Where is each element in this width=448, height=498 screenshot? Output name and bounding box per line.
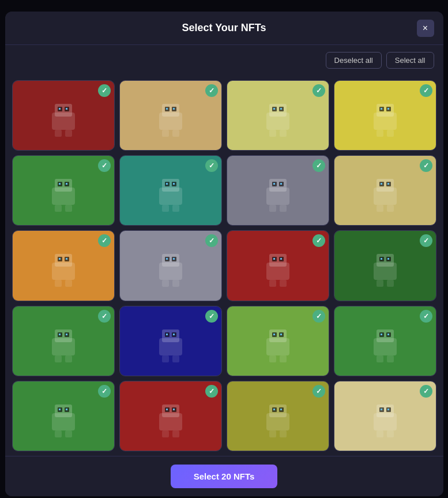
selected-checkmark: ✓ [98,310,111,323]
nft-card[interactable]: ✓# 25DigiRock 25 [12,80,115,151]
nft-image: ✓ [120,381,221,451]
svg-rect-134 [55,430,62,437]
nft-card[interactable]: ✓# 38DigiRock 38 [334,80,436,151]
selected-checkmark: ✓ [205,310,218,323]
svg-rect-84 [273,258,275,260]
svg-rect-22 [269,130,276,137]
svg-rect-151 [280,430,287,437]
nft-image: ✓ [120,156,221,226]
svg-rect-116 [273,334,275,335]
nft-image: ✓ [227,381,329,451]
svg-rect-44 [166,183,168,185]
svg-rect-52 [273,183,275,185]
svg-rect-13 [173,108,175,110]
selected-checkmark: ✓ [313,385,325,398]
svg-rect-102 [55,355,62,362]
svg-rect-55 [280,205,287,212]
close-button[interactable]: × [417,20,434,37]
svg-rect-87 [280,280,287,287]
svg-rect-70 [55,280,62,287]
svg-rect-149 [280,409,282,410]
selected-checkmark: ✓ [313,310,325,323]
svg-rect-30 [377,130,383,137]
nft-card[interactable]: ✓# 197DigiRock 197 [227,155,329,226]
modal-overlay: Select Your NFTs × Deselect all Select a… [0,0,448,498]
svg-rect-6 [55,130,62,137]
svg-rect-156 [381,409,382,410]
selected-checkmark: ✓ [313,234,325,247]
svg-rect-5 [66,108,67,110]
nft-card[interactable]: ✓# 290DigiRock 290 [119,381,222,451]
svg-rect-21 [280,108,282,110]
nft-card[interactable]: ✓# 295DigiRock 295 [227,381,329,451]
deselect-all-button[interactable]: Deselect all [326,52,382,69]
svg-rect-20 [273,108,275,110]
nft-card[interactable]: ✓# 229DigiRock 229 [119,306,222,376]
nft-card[interactable]: ✓# 214DigiRock 214 [227,230,329,301]
nft-card[interactable]: ✓# 32DigiRock 32 [227,80,329,151]
nft-card[interactable]: ✓# 28DigiRock 28 [119,80,222,151]
nft-card[interactable]: ✓# 281DigiRock 281 [12,381,115,451]
svg-rect-9 [162,104,179,117]
svg-rect-159 [387,430,394,437]
svg-rect-29 [387,108,389,110]
svg-rect-94 [377,280,383,287]
svg-rect-153 [377,405,394,417]
svg-rect-33 [55,179,72,192]
svg-rect-61 [387,183,389,185]
selected-checkmark: ✓ [98,159,111,172]
modal: Select Your NFTs × Deselect all Select a… [5,12,443,496]
svg-rect-145 [269,405,287,417]
svg-rect-47 [172,205,179,212]
nft-card[interactable]: ✓# 275DigiRock 275 [334,306,436,376]
svg-rect-109 [173,334,175,335]
nft-card[interactable]: ✓# 228DigiRock 228 [12,306,115,376]
selected-checkmark: ✓ [313,84,325,97]
nft-image: ✓ [13,306,114,376]
svg-rect-132 [59,409,61,410]
svg-rect-86 [269,280,276,287]
svg-rect-141 [173,409,175,410]
nft-image: ✓ [227,156,329,226]
nft-image: ✓ [13,156,114,226]
svg-rect-68 [59,258,61,260]
svg-rect-79 [172,280,179,287]
svg-rect-150 [269,430,276,437]
svg-rect-53 [280,183,282,185]
svg-rect-108 [166,334,168,335]
nft-image: ✓ [13,381,114,451]
selected-checkmark: ✓ [420,159,432,172]
nft-image: ✓ [334,81,436,151]
svg-rect-49 [269,179,287,192]
nft-card[interactable]: ✓# 230DigiRock 230 [227,306,329,376]
selected-checkmark: ✓ [420,385,432,398]
svg-rect-17 [269,104,287,117]
nft-card[interactable]: ✓# 221DigiRock 221 [334,230,436,301]
svg-rect-65 [55,254,72,267]
svg-rect-100 [59,334,61,335]
select-all-button[interactable]: Select all [386,52,434,69]
nft-card[interactable]: ✓# 300DigiRock 300 [334,381,436,451]
nft-card[interactable]: ✓# 205DigiRock 205 [334,155,436,226]
svg-rect-85 [280,258,282,260]
svg-rect-36 [59,183,61,185]
selected-checkmark: ✓ [205,234,218,247]
svg-rect-101 [66,334,67,335]
select-nfts-button[interactable]: Select 20 NFTs [171,465,278,488]
svg-rect-54 [269,205,276,212]
nft-image: ✓ [227,306,329,376]
svg-rect-31 [387,130,394,137]
svg-rect-125 [387,334,389,335]
svg-rect-105 [162,329,179,342]
nft-card[interactable]: ✓# 208DigiRock 208 [12,230,115,301]
svg-rect-110 [162,355,169,362]
nft-card[interactable]: ✓# 120DigiRock 120 [119,155,222,226]
nft-card[interactable]: ✓# 210DigiRock 210 [119,230,222,301]
svg-rect-113 [269,329,287,342]
nft-image: ✓ [120,306,221,376]
selected-checkmark: ✓ [98,385,111,398]
nft-card[interactable]: ✓# 46DigiRock 46 [12,155,115,226]
selected-checkmark: ✓ [420,310,432,323]
nft-image: ✓ [13,231,114,301]
svg-rect-41 [162,179,179,192]
